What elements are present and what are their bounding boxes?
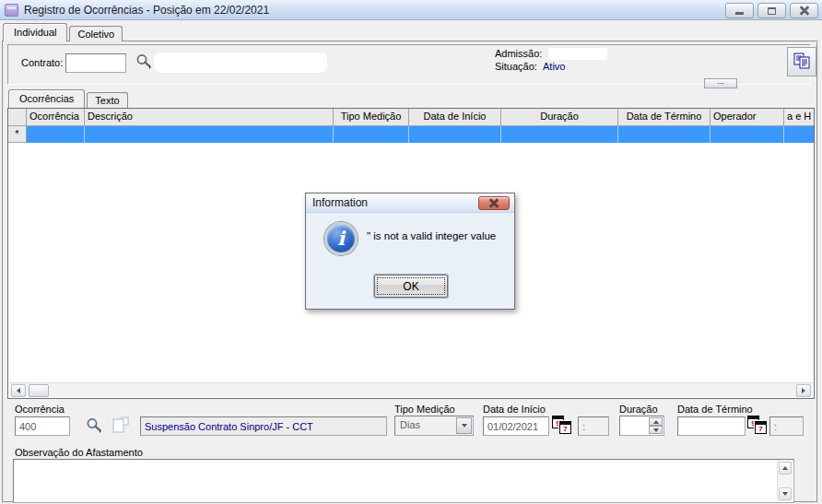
window-title: Registro de Ocorrências - Posição em 22/… — [24, 4, 269, 17]
grid-header-data-inicio: Data de Início — [409, 109, 501, 126]
tab-texto[interactable]: Texto — [87, 92, 127, 108]
maximize-icon — [768, 7, 776, 15]
contract-header-panel: Contrato: Admissão: Situação: Ativo — [7, 44, 811, 85]
minimize-icon — [735, 12, 744, 15]
grid-header-data-termino: Data de Término — [618, 109, 710, 126]
tipo-medicao-value: Dias — [400, 419, 420, 430]
grid-horizontal-scrollbar[interactable] — [9, 382, 813, 397]
calendar-icon[interactable]: 9 7 — [747, 416, 769, 435]
hora-inicio-field: : — [578, 416, 609, 436]
tab-ocorrencias[interactable]: Ocorrências — [8, 89, 85, 108]
search-icon[interactable] — [135, 53, 153, 72]
ocorrencia-input[interactable] — [15, 416, 70, 436]
row-indicator: * — [8, 126, 27, 143]
tipo-medicao-label: Tipo Medição — [394, 404, 455, 415]
close-icon — [800, 6, 809, 15]
dialog-message: " is not a valid integer value — [367, 230, 511, 241]
main-tabstrip: Individual Coletivo — [3, 21, 124, 41]
tab-individual[interactable]: Individual — [3, 23, 67, 41]
data-inicio-input[interactable] — [483, 416, 549, 436]
grid-header-row: Ocorrência Descrição Tipo Medição Data d… — [8, 109, 814, 126]
redacted-admissao-value — [548, 48, 607, 60]
arrow-down-icon — [782, 492, 788, 496]
ocorrencia-label: Ocorrência — [15, 404, 65, 415]
grid-header-ocorrencia: Ocorrência — [27, 109, 85, 126]
ok-button[interactable]: OK — [374, 275, 448, 298]
grid-header-duracao: Duração — [501, 109, 618, 126]
inner-tabstrip: Ocorrências Texto — [8, 88, 130, 108]
observacao-textarea[interactable] — [13, 459, 794, 503]
app-window: Registro de Ocorrências - Posição em 22/… — [0, 0, 822, 504]
data-termino-input[interactable] — [677, 416, 746, 436]
observacao-label: Observação do Afastamento — [15, 447, 143, 458]
copy-button[interactable] — [787, 47, 816, 76]
scroll-right-button[interactable] — [796, 384, 811, 397]
situacao-value: Ativo — [543, 61, 565, 72]
grid-header-operador: Operador — [710, 109, 784, 126]
minimize-button[interactable] — [725, 3, 754, 18]
contrato-label: Contrato: — [21, 57, 63, 68]
close-button[interactable] — [790, 3, 818, 18]
hora-termino-field: : — [769, 416, 804, 436]
new-document-icon[interactable] — [111, 416, 131, 436]
dialog-close-button[interactable] — [478, 196, 510, 210]
ocorrencia-descricao-field: Suspensão Contrato Sinpro/JF - CCT — [140, 416, 387, 436]
search-icon[interactable] — [86, 417, 103, 436]
scroll-up-button[interactable] — [779, 462, 792, 475]
situacao-label: Situação: — [495, 61, 537, 72]
scrollbar-thumb[interactable] — [29, 384, 49, 397]
grid-header-tipo-medicao: Tipo Medição — [334, 109, 409, 126]
admissao-label: Admissão: — [495, 48, 542, 59]
grid-header-descricao: Descrição — [85, 109, 334, 126]
information-dialog: Information " is not a valid integer val… — [305, 193, 515, 310]
calendar-icon[interactable]: 9 7 — [552, 416, 573, 435]
app-icon — [5, 4, 18, 17]
arrow-up-icon — [782, 466, 788, 470]
spin-up-button[interactable] — [649, 417, 663, 426]
data-inicio-label: Data de Início — [483, 404, 546, 415]
close-icon — [489, 199, 499, 207]
grid-header-indicator — [8, 109, 27, 126]
grid-header-data-e-hora: a e H — [784, 109, 814, 126]
scroll-left-button[interactable] — [11, 384, 26, 397]
dialog-title: Information — [312, 196, 368, 209]
more-button[interactable]: ... — [704, 78, 737, 88]
arrow-right-icon — [802, 388, 805, 393]
copy-icon — [793, 52, 811, 72]
info-icon — [324, 222, 358, 255]
arrow-up-icon — [653, 420, 659, 424]
duracao-stepper[interactable] — [619, 416, 664, 436]
tab-coletivo[interactable]: Coletivo — [69, 26, 123, 41]
arrow-down-icon — [653, 428, 659, 432]
title-bar[interactable]: Registro de Ocorrências - Posição em 22/… — [0, 0, 822, 20]
data-termino-label: Data de Término — [677, 404, 753, 415]
duracao-label: Duração — [619, 404, 658, 415]
maximize-button[interactable] — [757, 3, 786, 18]
tipo-medicao-select[interactable]: Dias — [394, 416, 474, 436]
ok-button-label: OK — [378, 278, 444, 294]
scroll-down-button[interactable] — [779, 487, 792, 500]
chevron-down-icon — [462, 424, 467, 428]
arrow-left-icon — [17, 388, 20, 393]
observacao-vertical-scrollbar[interactable] — [777, 461, 793, 501]
table-row[interactable]: * — [8, 126, 814, 143]
spin-down-button[interactable] — [649, 426, 663, 434]
redacted-contract-name — [154, 53, 327, 73]
contrato-input[interactable] — [65, 53, 126, 73]
dropdown-button[interactable] — [456, 417, 472, 434]
